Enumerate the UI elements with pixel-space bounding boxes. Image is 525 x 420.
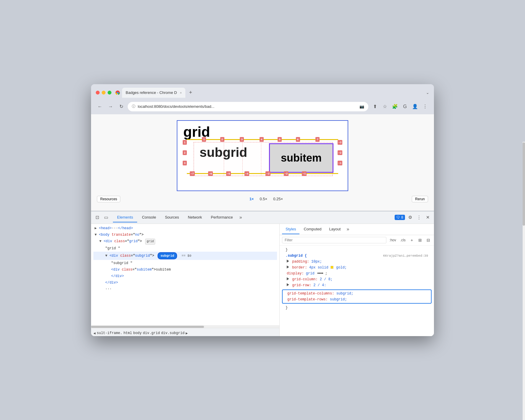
profile-icon[interactable]: 👤 [411,102,419,111]
element-close-subgrid[interactable]: </div> [93,279,277,286]
tab-sources[interactable]: Sources [161,213,183,222]
devtools-close-icon[interactable]: ✕ [424,214,432,221]
add-style-button[interactable]: + [409,237,415,243]
style-padding[interactable]: padding: 10px; [282,259,432,265]
zoom-05x[interactable]: 0.5× [258,196,268,202]
style-rule-subgrid: .subgrid { KKrajpZ?ani…pe=embed:39 paddi… [282,253,432,311]
zoom-025x[interactable]: 0.25× [272,196,284,202]
border-triangle[interactable] [287,266,289,268]
computed-sidebar-icon[interactable]: ⊞ [417,237,423,243]
tab-styles[interactable]: Styles [282,224,299,234]
toggle-changes-icon[interactable]: ⊟ [425,237,432,243]
google-icon[interactable]: G [401,102,409,111]
devtools-menu-icon[interactable]: ⋮ [415,214,423,221]
badge-7: 7 [315,137,320,142]
browser-window: Badges reference - Chrome D × + ⌄ ← → ↻ … [91,84,434,336]
tab-elements[interactable]: Elements [113,213,137,222]
reload-button[interactable]: ↻ [117,102,125,111]
grid-display-icon[interactable] [317,273,323,274]
breadcrumb-forward[interactable]: ▶ [186,331,188,336]
svg-point-0 [117,92,119,94]
subgrid-badge[interactable]: subgrid [158,252,177,259]
cls-button[interactable]: .cls [399,237,407,243]
tab-layout[interactable]: Layout [325,224,344,234]
devtools-tab-right: 🗨 8 ⚙ ⋮ ✕ [395,214,432,221]
new-tab-button[interactable]: + [187,89,195,97]
grid-column-value: 2 / 8; [320,277,333,281]
element-text-subgrid[interactable]: "subgrid " [93,260,277,266]
extensions-icon[interactable]: 🧩 [391,102,399,111]
share-icon[interactable]: ⬆ [371,102,379,111]
element-div-grid[interactable]: ▼ <div class="grid"> grid [93,238,277,245]
style-grid-template-columns[interactable]: grid-template-columns: subgrid; [284,291,430,297]
style-selector-line[interactable]: .subgrid { KKrajpZ?ani…pe=embed:39 [282,253,432,259]
settings-icon[interactable]: ⚙ [406,214,414,221]
element-head[interactable]: ▶ <head>···</head> [93,225,277,232]
vline-3 [261,142,261,176]
hov-button[interactable]: :hov [388,237,397,243]
tab-performance[interactable]: Performance [207,213,237,222]
grid-row-triangle[interactable] [287,283,289,286]
breadcrumb-back[interactable]: ◀ [93,331,95,336]
tab-computed[interactable]: Computed [300,224,325,234]
window-menu[interactable]: ⌄ [426,90,429,95]
border-prop: border: [292,266,307,270]
breadcrumb-html[interactable]: html [124,331,132,335]
element-close-subitem[interactable]: </div> [93,273,277,279]
vline-2 [242,142,243,176]
breadcrumb-iframe[interactable]: sult-iframe. [97,331,122,335]
active-tab[interactable]: Badges reference - Chrome D × [122,88,185,98]
camera-off-icon: 📷 [359,104,364,109]
gtc-prop: grid-template-columns: [287,292,334,296]
gold-swatch[interactable] [330,266,333,269]
style-border[interactable]: border: 4px solid gold; [282,265,432,271]
tab-console[interactable]: Console [138,213,160,222]
element-div-subitem[interactable]: <div class="subitem">subitem [93,266,277,273]
elements-scrollbar [91,325,279,328]
issues-icon: 🗨 [396,215,400,219]
tab-close-icon[interactable]: × [180,91,182,95]
tab-network[interactable]: Network [184,213,206,222]
element-body[interactable]: ▼ <body translate="no"> [93,232,277,238]
issues-badge[interactable]: 🗨 8 [395,215,405,220]
more-tabs-button[interactable]: » [238,212,244,222]
grid-column-prop: grid-column: [292,277,317,281]
style-display[interactable]: display: grid ; [282,271,432,276]
device-toolbar-icon[interactable]: ▭ [102,214,110,221]
chrome-icon [115,90,120,95]
styles-filter-input[interactable] [282,237,386,243]
back-button[interactable]: ← [96,102,104,111]
zoom-1x[interactable]: 1× [248,196,255,202]
element-ellipsis[interactable]: ··· [93,286,277,292]
devtools-tabs: ⊡ ▭ Elements Console Sources Network Per… [91,211,434,224]
forward-button[interactable]: → [106,102,115,111]
minimize-button[interactable] [102,91,106,95]
subitem-preview-box: subitem [269,143,333,173]
element-div-subgrid[interactable]: ▼ <div class="subgrid"> subgrid == $0 [93,252,277,260]
style-grid-row[interactable]: grid-row: 2 / 4: [282,282,432,288]
url-bar[interactable]: ⓘ localhost:8080/docs/devtools/elements/… [128,102,368,111]
close-button[interactable] [96,91,100,95]
subitem-preview-label: subitem [281,152,322,164]
element-text-grid[interactable]: "grid " [93,245,277,252]
maximize-button[interactable] [108,91,111,95]
styles-more-tabs[interactable]: » [345,227,351,232]
rerun-button[interactable]: Rerun [412,196,428,202]
bookmark-icon[interactable]: ☆ [381,102,389,111]
grid-column-triangle[interactable] [287,277,289,280]
padding-triangle[interactable] [287,260,289,263]
style-source[interactable]: KKrajpZ?ani…pe=embed:39 [383,253,428,258]
breadcrumb-body[interactable]: body [133,331,142,335]
resources-button[interactable]: Resources [97,196,120,202]
elements-scrollbar-thumb [91,326,204,328]
breadcrumb-divsubgrid[interactable]: div.subgrid [161,331,184,335]
select-element-icon[interactable]: ⊡ [93,214,101,221]
badge-right-1: −1 [338,161,342,165]
style-grid-template-rows[interactable]: grid-template-rows: subgrid; [284,297,430,302]
style-grid-column[interactable]: grid-column: 2 / 8; [282,276,432,282]
grid-badge[interactable]: grid [145,239,155,245]
gtr-prop: grid-template-rows: [287,297,328,302]
grid-label: grid [183,124,210,140]
menu-icon[interactable]: ⋮ [421,102,429,111]
breadcrumb-divgrid[interactable]: div.grid [143,331,160,335]
